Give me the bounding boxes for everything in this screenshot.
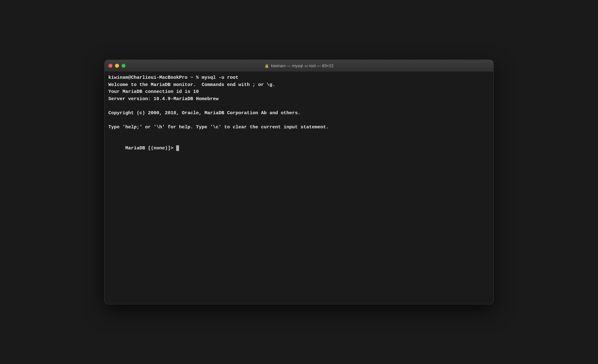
terminal-body[interactable]: kiwinam@Charlieui-MacBookPro ~ % mysql -… (105, 72, 493, 304)
blank-3 (108, 131, 490, 138)
window-title: 🔒 kiwinam — mysql -u root — 83×22 (264, 63, 334, 68)
titlebar: 🔒 kiwinam — mysql -u root — 83×22 (105, 60, 493, 72)
active-prompt-text: MariaDB [(none)]> (125, 146, 176, 151)
blank-1 (108, 103, 490, 110)
blank-2 (108, 117, 490, 124)
line-1: kiwinam@Charlieui-MacBookPro ~ % mysql -… (108, 74, 490, 82)
minimize-button[interactable] (115, 64, 119, 68)
traffic-lights (108, 64, 126, 68)
close-button[interactable] (108, 64, 112, 68)
line-3: Your MariaDB connection id is 10 (108, 88, 490, 96)
title-text: kiwinam — mysql -u root — 83×22 (271, 63, 334, 68)
lock-icon: 🔒 (264, 64, 269, 68)
line-6: Type 'help;' or '\h' for help. Type '\c'… (108, 124, 490, 131)
cursor (176, 145, 179, 151)
line-active[interactable]: MariaDB [(none)]> (108, 138, 490, 159)
line-5: Copyright (c) 2000, 2018, Oracle, MariaD… (108, 110, 490, 117)
line-4: Server version: 10.4.9-MariaDB Homebrew (108, 96, 490, 103)
line-2: Welcome to the MariaDB monitor. Commands… (108, 82, 490, 89)
terminal-window: 🔒 kiwinam — mysql -u root — 83×22 kiwina… (104, 60, 494, 304)
maximize-button[interactable] (122, 64, 126, 68)
